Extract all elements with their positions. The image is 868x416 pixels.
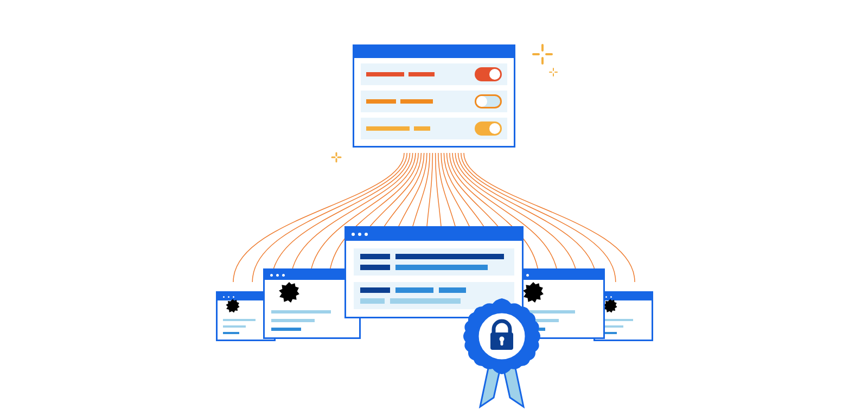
- settings-row: [361, 118, 507, 139]
- text-line: [601, 332, 646, 334]
- text-chip: [360, 265, 390, 270]
- cert-window-main: [344, 226, 524, 318]
- seal-icon: [278, 281, 301, 304]
- text-line: [360, 287, 508, 293]
- control-dot-icon: [352, 233, 355, 236]
- setting-label-bar: [366, 72, 404, 76]
- text-line: [515, 328, 597, 331]
- svg-rect-16: [501, 340, 503, 345]
- setting-label-bar: [409, 72, 435, 76]
- setting-label-bar: [400, 99, 433, 104]
- sparkle-icon: [331, 152, 342, 163]
- text-line: [515, 319, 597, 322]
- window-controls: [346, 228, 522, 241]
- text-line: [271, 310, 353, 313]
- toggle-switch[interactable]: [475, 94, 502, 108]
- text-line: [601, 325, 646, 328]
- setting-label-bar: [366, 126, 410, 131]
- toggle-knob: [476, 96, 487, 107]
- control-dot-icon: [605, 296, 607, 298]
- control-dot-icon: [282, 274, 285, 277]
- text-line: [515, 310, 597, 313]
- sparkle-icon: [532, 43, 553, 65]
- settings-row: [361, 91, 507, 112]
- control-dot-icon: [365, 233, 368, 236]
- seal-icon: [225, 298, 240, 313]
- text-line: [271, 319, 353, 322]
- control-dot-icon: [610, 296, 612, 298]
- toggle-switch[interactable]: [475, 121, 502, 136]
- text-chip: [360, 287, 390, 293]
- control-dot-icon: [233, 296, 234, 298]
- text-line: [223, 332, 269, 334]
- control-dot-icon: [223, 296, 225, 298]
- window-title-bar: [346, 228, 522, 241]
- setting-label-bar: [366, 99, 396, 104]
- control-dot-icon: [358, 233, 361, 236]
- setting-label-bar: [414, 126, 430, 131]
- seal-icon: [522, 281, 545, 304]
- text-chip: [395, 265, 488, 270]
- cert-section: [354, 282, 514, 309]
- toggle-knob: [489, 69, 500, 80]
- toggle-knob: [489, 123, 500, 134]
- text-line: [223, 319, 269, 321]
- text-chip: [390, 298, 461, 304]
- diagram-stage: [0, 0, 868, 416]
- control-dot-icon: [270, 274, 273, 277]
- cert-body: [346, 241, 522, 317]
- seal-icon: [603, 298, 618, 313]
- text-line: [601, 319, 646, 321]
- text-line: [271, 328, 353, 331]
- text-chip: [439, 287, 466, 293]
- text-chip: [395, 287, 433, 293]
- control-dot-icon: [276, 274, 279, 277]
- settings-body: [354, 58, 514, 146]
- text-line: [223, 325, 269, 328]
- text-chip: [395, 254, 504, 259]
- text-line: [360, 298, 508, 304]
- text-line: [360, 265, 508, 270]
- svg-point-15: [500, 337, 505, 342]
- settings-window: [353, 44, 515, 148]
- text-line: [360, 254, 508, 259]
- text-chip: [360, 298, 385, 304]
- window-title-bar: [354, 46, 514, 58]
- toggle-switch[interactable]: [475, 67, 502, 81]
- text-chip: [360, 254, 390, 259]
- sparkle-icon: [549, 68, 558, 76]
- cert-section: [354, 248, 514, 276]
- ribbon-tails-icon: [480, 355, 524, 407]
- settings-row: [361, 63, 507, 85]
- control-dot-icon: [526, 274, 529, 277]
- control-dot-icon: [228, 296, 229, 298]
